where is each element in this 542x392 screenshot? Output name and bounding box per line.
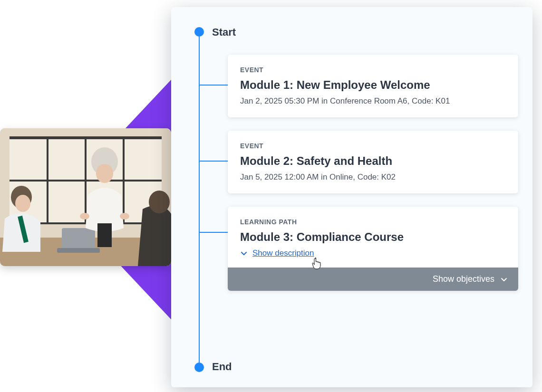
meeting-photo (0, 128, 171, 266)
timeline-item: EVENT Module 2: Safety and Health Jan 5,… (199, 131, 518, 193)
timeline-connector (199, 161, 228, 162)
learning-timeline-panel: Start End EVENT Module 1: New Employee W… (171, 7, 532, 387)
chevron-down-icon (500, 276, 508, 283)
show-objectives-label: Show objectives (433, 274, 494, 284)
chevron-down-icon (240, 249, 248, 257)
svg-point-15 (120, 213, 129, 220)
card-meta: Jan 5, 2025 12:00 AM in Online, Code: K0… (240, 172, 506, 182)
svg-point-17 (15, 195, 30, 212)
svg-point-18 (149, 191, 170, 213)
svg-point-14 (80, 213, 89, 220)
card-title: Module 2: Safety and Health (240, 154, 506, 168)
timeline-connector (199, 85, 228, 86)
card-title: Module 1: New Employee Welcome (240, 78, 506, 92)
module-card[interactable]: LEARNING PATH Module 3: Compliance Cours… (228, 207, 518, 291)
timeline-connector (199, 232, 228, 233)
show-objectives-toggle[interactable]: Show objectives (228, 268, 518, 291)
timeline: Start End EVENT Module 1: New Employee W… (194, 26, 518, 373)
svg-rect-10 (57, 248, 100, 253)
svg-rect-13 (97, 223, 112, 247)
module-card[interactable]: EVENT Module 1: New Employee Welcome Jan… (228, 55, 518, 117)
timeline-start-label: Start (212, 26, 236, 38)
timeline-item: LEARNING PATH Module 3: Compliance Cours… (199, 207, 518, 291)
card-tag: LEARNING PATH (240, 218, 506, 226)
card-title: Module 3: Compliance Course (240, 230, 506, 244)
show-description-label: Show description (252, 249, 314, 258)
svg-rect-9 (62, 228, 95, 249)
card-tag: EVENT (240, 66, 506, 74)
timeline-end-label: End (212, 361, 232, 373)
timeline-item: EVENT Module 1: New Employee Welcome Jan… (199, 55, 518, 117)
svg-point-12 (96, 164, 113, 183)
timeline-end-dot (194, 363, 204, 372)
card-tag: EVENT (240, 142, 506, 150)
show-description-toggle[interactable]: Show description (240, 249, 314, 258)
timeline-cards: EVENT Module 1: New Employee Welcome Jan… (199, 55, 518, 344)
timeline-start-dot (194, 27, 204, 37)
card-meta: Jan 2, 2025 05:30 PM in Conference Room … (240, 96, 506, 106)
module-card[interactable]: EVENT Module 2: Safety and Health Jan 5,… (228, 131, 518, 193)
